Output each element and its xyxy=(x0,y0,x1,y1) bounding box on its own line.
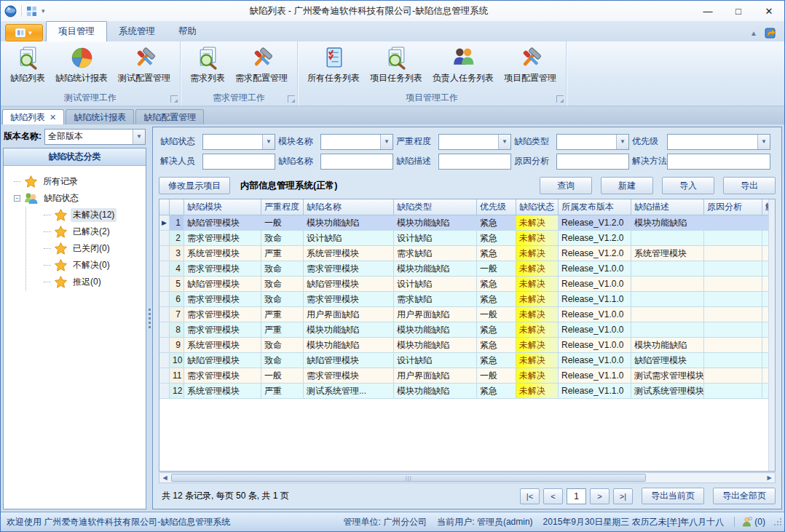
chevron-down-icon[interactable]: ▼ xyxy=(262,135,275,149)
import-button[interactable]: 导入 xyxy=(662,177,714,194)
column-header[interactable]: 缺陷状态 xyxy=(516,199,559,215)
cell[interactable]: 未解决 xyxy=(516,261,559,277)
cell[interactable] xyxy=(704,338,762,353)
cell[interactable]: 需求管理模块 xyxy=(184,368,261,384)
row-selector[interactable] xyxy=(159,338,170,353)
query-button[interactable]: 查询 xyxy=(540,177,592,194)
first-page-button[interactable]: |< xyxy=(520,488,540,504)
prev-page-button[interactable]: < xyxy=(543,488,563,504)
new-button[interactable]: 新建 xyxy=(601,177,653,194)
defect-report-button[interactable]: 缺陷统计报表 xyxy=(50,44,113,87)
row-selector[interactable] xyxy=(159,368,170,384)
cell[interactable] xyxy=(704,215,762,231)
cell[interactable]: 模块功能缺陷 xyxy=(394,215,477,231)
cell[interactable]: 需求管理模块 xyxy=(184,231,261,246)
requirement-list-button[interactable]: 需求列表 xyxy=(185,44,230,87)
cell[interactable]: 测试系统管理模块... xyxy=(631,384,704,399)
cell[interactable]: 未解决 xyxy=(516,322,559,338)
cell[interactable]: 需求管理模块 xyxy=(304,368,394,384)
tree-item-postponed[interactable]: 推迟(0) xyxy=(44,274,143,290)
cell[interactable] xyxy=(704,307,762,322)
cell[interactable]: 未解决 xyxy=(516,384,559,399)
cell[interactable]: 用户界面缺陷 xyxy=(304,307,394,322)
cell[interactable]: 需求管理模块 xyxy=(304,261,394,277)
row-selector[interactable] xyxy=(159,384,170,399)
tree-item-closed[interactable]: 已关闭(0) xyxy=(44,240,143,257)
collapse-ribbon-icon[interactable]: ▲ xyxy=(750,29,757,37)
cell[interactable]: 紧急 xyxy=(477,215,516,231)
cell[interactable]: 未解决 xyxy=(516,338,559,353)
defect-type-select[interactable]: ▼ xyxy=(556,134,629,150)
cell[interactable] xyxy=(704,322,762,338)
vertical-scrollbar[interactable] xyxy=(768,199,775,471)
cell[interactable]: 模块功能缺陷 xyxy=(304,322,394,338)
row-number[interactable]: 6 xyxy=(170,292,184,307)
column-header[interactable]: 原因分析 xyxy=(704,199,762,215)
cell[interactable]: 需求缺陷 xyxy=(394,246,477,261)
cell[interactable]: 紧急 xyxy=(477,353,516,368)
cell[interactable]: 紧急 xyxy=(477,277,516,292)
scroll-left-icon[interactable]: ◀ xyxy=(159,475,170,481)
next-page-button[interactable]: > xyxy=(590,488,610,504)
cell[interactable]: Release_V1.2.0 xyxy=(559,215,631,231)
scrollbar-thumb[interactable]: ||| xyxy=(171,474,646,482)
cell[interactable]: 缺陷管理模块 xyxy=(184,353,261,368)
cell[interactable]: 严重 xyxy=(261,246,304,261)
tab-defect-list[interactable]: 缺陷列表 ✕ xyxy=(2,109,64,124)
row-selector[interactable]: ▶ xyxy=(159,215,170,231)
cell[interactable] xyxy=(704,231,762,246)
minimize-button[interactable]: — xyxy=(693,1,723,20)
cell[interactable]: 缺陷管理模块 xyxy=(184,277,261,292)
cell[interactable]: 需求管理模块 xyxy=(184,261,261,277)
cell[interactable]: 严重 xyxy=(261,322,304,338)
cell[interactable]: Release_V1.0.0 xyxy=(559,338,631,353)
cell[interactable]: 紧急 xyxy=(477,384,516,399)
close-button[interactable]: ✕ xyxy=(754,1,784,20)
cell[interactable]: 设计缺陷 xyxy=(394,353,477,368)
test-config-button[interactable]: 测试配置管理 xyxy=(113,44,175,87)
table-row[interactable]: 4需求管理模块致命需求管理模块模块功能缺陷一般未解决Release_V1.0.0 xyxy=(159,261,775,277)
cell[interactable]: 紧急 xyxy=(477,338,516,353)
cell[interactable] xyxy=(704,292,762,307)
table-row[interactable]: 5缺陷管理模块致命缺陷管理模块设计缺陷紧急未解决Release_V1.0.0 xyxy=(159,277,775,292)
row-selector[interactable] xyxy=(159,277,170,292)
cell[interactable]: 模块功能缺陷 xyxy=(304,215,394,231)
cell[interactable]: 模块功能缺陷 xyxy=(631,338,704,353)
cell[interactable]: 用户界面缺陷 xyxy=(394,368,477,384)
column-header[interactable]: 所属发布版本 xyxy=(559,199,631,215)
cell[interactable]: 设计缺陷 xyxy=(394,277,477,292)
cell[interactable]: 需求管理模块 xyxy=(184,292,261,307)
cell[interactable]: 缺陷管理模块 xyxy=(184,215,261,231)
horizontal-scrollbar[interactable]: ◀ ||| ▶ xyxy=(159,472,776,483)
quick-access-grid-icon[interactable] xyxy=(26,6,37,17)
cell[interactable]: 紧急 xyxy=(477,292,516,307)
row-selector[interactable] xyxy=(159,322,170,338)
tab-defect-report[interactable]: 缺陷统计报表 xyxy=(66,109,134,124)
project-tasks-button[interactable]: 项目任务列表 xyxy=(365,44,427,87)
cell[interactable] xyxy=(704,353,762,368)
requirement-config-button[interactable]: 需求配置管理 xyxy=(230,44,293,87)
cell[interactable]: 致命 xyxy=(261,338,304,353)
ribbon-tab-system[interactable]: 系统管理 xyxy=(107,22,167,41)
row-number[interactable]: 8 xyxy=(170,322,184,338)
column-header[interactable]: 优先级 xyxy=(477,199,516,215)
cell[interactable]: 系统管理模块 xyxy=(304,246,394,261)
cell[interactable]: Release_V1.0.0 xyxy=(559,261,631,277)
cell[interactable]: 一般 xyxy=(477,261,516,277)
cell[interactable]: 用户界面缺陷 xyxy=(394,307,477,322)
cell[interactable]: 系统管理模块 xyxy=(184,384,261,399)
table-row[interactable]: 12系统管理模块严重测试系统管理...模块功能缺陷紧急未解决Release_V1… xyxy=(159,384,775,399)
row-selector[interactable] xyxy=(159,353,170,368)
row-selector[interactable] xyxy=(159,246,170,261)
severity-select[interactable]: ▼ xyxy=(438,134,511,150)
row-number[interactable]: 3 xyxy=(170,246,184,261)
table-row[interactable]: 10缺陷管理模块致命缺陷管理模块设计缺陷紧急未解决Release_V1.0.0缺… xyxy=(159,353,775,368)
cell[interactable] xyxy=(631,322,704,338)
cell[interactable]: 未解决 xyxy=(516,215,559,231)
project-config-button[interactable]: 项目配置管理 xyxy=(499,44,561,87)
cell[interactable]: 缺陷管理模块 xyxy=(631,353,704,368)
solution-input[interactable] xyxy=(667,154,770,170)
column-header[interactable]: 严重程度 xyxy=(261,199,304,215)
cell[interactable]: Release_V1.1.0 xyxy=(559,292,631,307)
cell[interactable]: 设计缺陷 xyxy=(304,231,394,246)
